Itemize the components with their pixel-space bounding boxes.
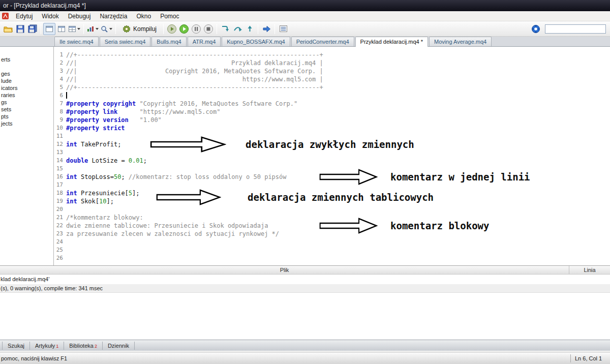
app-icon	[2, 13, 9, 19]
code-line[interactable]: 9#property version "1.00"	[54, 116, 610, 124]
tab-badge: 1	[56, 343, 58, 350]
code-text: #property strict	[66, 124, 125, 132]
compile-label: Kompiluj	[133, 25, 157, 33]
code-line[interactable]: 7#property copyright "Copyright 2016, Me…	[54, 100, 610, 108]
debug-target-button[interactable]	[100, 23, 113, 35]
community-button[interactable]	[530, 23, 542, 35]
line-number: 24	[54, 238, 66, 246]
stop-button[interactable]	[202, 23, 215, 35]
dropdown-caret-icon	[77, 28, 80, 30]
line-number: 1	[54, 51, 66, 59]
dropdown-caret-icon	[96, 28, 99, 30]
search-input[interactable]	[545, 24, 606, 34]
navigator-item-8[interactable]: pts	[0, 113, 53, 120]
code-line[interactable]: 8#property link "https://www.mql5.com"	[54, 108, 610, 116]
block-arrow-icon	[319, 217, 378, 234]
profiler-button[interactable]	[86, 23, 100, 35]
code-text: int TakeProfit;	[66, 140, 121, 148]
code-line[interactable]: 3//| Copyright 2016, MetaQuotes Software…	[54, 67, 610, 75]
line-number: 4	[54, 75, 66, 83]
navigator-item-6[interactable]: gs	[0, 99, 53, 106]
line-number: 22	[54, 222, 66, 230]
menu-item-4[interactable]: Okno	[132, 12, 156, 21]
pause-button[interactable]	[190, 23, 202, 35]
bottom-tab-2[interactable]: Biblioteka2	[64, 342, 103, 350]
continue-button[interactable]	[260, 23, 272, 35]
document-tab-3[interactable]: ATR.mq4	[188, 37, 221, 46]
bottom-tab-0[interactable]: Szukaj	[2, 342, 30, 350]
compile-result-row[interactable]: (s), 0 warning(s), compile time: 341 mse…	[0, 284, 610, 293]
toolbar-separator	[163, 24, 164, 34]
compile-file-row[interactable]: klad deklaracij.mq4'	[0, 275, 610, 284]
code-editor[interactable]: 1//+------------------------------------…	[54, 47, 610, 265]
compile-gear-icon	[123, 25, 131, 33]
code-text: dwie zmienne tablicowe: Przesuniecie i S…	[66, 222, 268, 230]
navigator-item-4[interactable]: icators	[0, 84, 53, 92]
menu-item-0[interactable]: Edytuj	[11, 12, 37, 21]
line-number: 18	[54, 189, 66, 197]
navigator-item-5[interactable]: raries	[0, 92, 53, 99]
navigator-item-9[interactable]: jects	[0, 120, 53, 127]
document-tab-4[interactable]: Kupno_BOSSAFX.mq4	[222, 37, 290, 46]
menu-item-1[interactable]: Widok	[37, 12, 63, 21]
document-tab-1[interactable]: Seria swiec.mq4	[100, 37, 151, 46]
bottom-tab-1[interactable]: Artykuły1	[30, 342, 64, 350]
profiler-icon	[87, 26, 94, 32]
document-tab-5[interactable]: PeriodConverter.mq4	[291, 37, 354, 46]
menu-item-5[interactable]: Pomoc	[156, 12, 184, 21]
navigator-list: ertsgesludeicatorsrariesgssetsptsjects	[0, 56, 53, 127]
code-text: int StopLoss=50; //komentarz: stop loss …	[66, 173, 287, 181]
code-line[interactable]: 4//| https://www.mql5.com |	[54, 75, 610, 83]
code-text: #property link "https://www.mql5.com"	[66, 108, 220, 116]
errors-panel-body	[0, 293, 610, 340]
code-line[interactable]: 26	[54, 254, 610, 262]
window-grid-button[interactable]	[68, 23, 81, 35]
code-line[interactable]: 14double LotSize = 0.01;	[54, 157, 610, 165]
save-button[interactable]	[14, 23, 26, 35]
code-text: int Przesuniecie[5];	[66, 189, 140, 197]
compile-button[interactable]: Kompiluj	[118, 23, 161, 35]
status-hint: pomoc, naciśnij klawisz F1	[0, 355, 570, 361]
document-tab-7[interactable]: Moving Average.mq4	[429, 37, 492, 46]
code-line[interactable]: 1//+------------------------------------…	[54, 51, 610, 59]
navigator-item-7[interactable]: sets	[0, 106, 53, 113]
navigator-item-3[interactable]: lude	[0, 77, 53, 84]
code-text: //+-------------------------------------…	[66, 51, 323, 59]
new-file-button[interactable]	[2, 23, 14, 35]
save-all-button[interactable]	[26, 23, 39, 35]
code-line[interactable]: 25	[54, 246, 610, 254]
continue-arrow-icon	[262, 25, 271, 33]
code-line[interactable]: 20	[54, 205, 610, 214]
step-into-button[interactable]	[219, 23, 231, 35]
bottom-tab-label: Szukaj	[8, 342, 24, 350]
bottom-tab-label: Dziennik	[108, 342, 129, 350]
document-tab-2[interactable]: Bulls.mq4	[151, 37, 186, 46]
annotation-label: komentarz w jednej linii	[390, 171, 530, 183]
code-line[interactable]: 5//+------------------------------------…	[54, 83, 610, 92]
menu-item-2[interactable]: Debuguj	[64, 12, 96, 21]
annotation-array-variables: deklaracja zmiennych tablicowych	[156, 189, 434, 206]
annotation-label: komentarz blokowy	[390, 220, 489, 231]
line-number: 12	[54, 140, 66, 148]
document-tab-6[interactable]: Przyklad deklaracij.mq4 *	[355, 37, 429, 47]
code-line[interactable]: 10#property strict	[54, 124, 610, 132]
start-debug-button[interactable]	[166, 23, 178, 35]
navigator-item-2[interactable]: ges	[0, 70, 53, 77]
step-over-button[interactable]	[231, 23, 243, 35]
play-circle-icon	[179, 24, 189, 34]
document-tab-0[interactable]: Ile swiec.mq4	[54, 37, 99, 46]
column-header-line[interactable]: Linia	[569, 266, 610, 274]
play-button[interactable]	[178, 23, 190, 35]
code-line[interactable]: 6	[54, 92, 610, 100]
navigator-item-0[interactable]: erts	[0, 56, 53, 63]
code-line[interactable]: 2//| Przyklad deklaracij.mq4 |	[54, 59, 610, 67]
column-header-file[interactable]: Plik	[0, 266, 569, 274]
code-line[interactable]: 24	[54, 238, 610, 246]
window-list-button[interactable]	[277, 23, 289, 35]
bottom-tab-3[interactable]: Dziennik	[103, 342, 135, 350]
block-arrow-icon	[150, 136, 226, 153]
step-out-button[interactable]	[243, 23, 256, 35]
menu-item-3[interactable]: Narzędzia	[95, 12, 132, 21]
window-split-button[interactable]	[55, 23, 68, 35]
window-layout-button[interactable]	[43, 23, 55, 35]
